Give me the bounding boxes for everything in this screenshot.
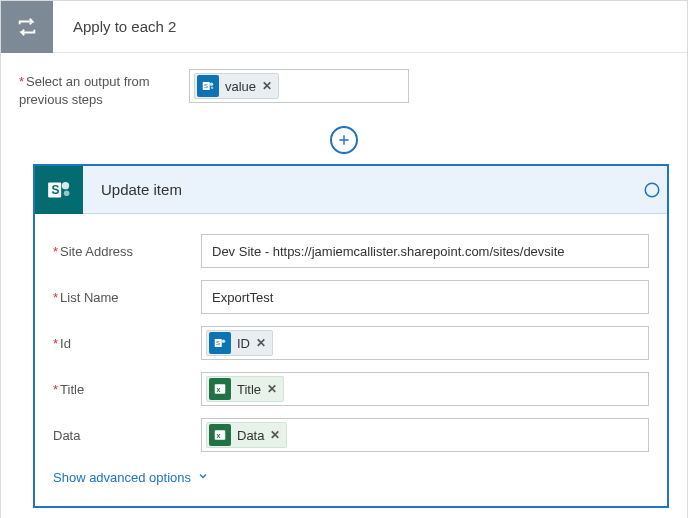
remove-icon[interactable]: ✕	[270, 428, 280, 442]
remove-icon[interactable]: ✕	[262, 79, 272, 93]
show-advanced-options-link[interactable]: Show advanced options	[53, 470, 209, 485]
svg-point-2	[210, 83, 214, 87]
field-title: *Title x Title ✕	[35, 366, 667, 412]
svg-text:S: S	[216, 340, 220, 346]
svg-point-7	[64, 190, 70, 196]
update-item-card: S Update item *Site Address	[33, 164, 669, 508]
add-step-button[interactable]	[330, 126, 358, 154]
svg-point-8	[645, 183, 659, 197]
update-item-title: Update item	[83, 181, 637, 198]
sharepoint-icon: S	[35, 166, 83, 214]
token-title[interactable]: x Title ✕	[206, 376, 284, 402]
field-site-address: *Site Address	[35, 228, 667, 274]
select-output-field[interactable]: S value ✕	[189, 69, 409, 103]
apply-to-each-card: Apply to each 2 *Select an output from p…	[0, 0, 688, 518]
title-label: *Title	[53, 382, 201, 397]
svg-text:S: S	[204, 83, 208, 89]
select-output-label: *Select an output from previous steps	[19, 69, 189, 108]
svg-point-11	[222, 340, 226, 344]
advanced-options-row: Show advanced options	[35, 458, 667, 496]
required-asterisk: *	[53, 244, 58, 259]
title-input[interactable]: x Title ✕	[201, 372, 649, 406]
list-name-input[interactable]	[201, 280, 649, 314]
required-asterisk: *	[19, 74, 24, 89]
required-asterisk: *	[53, 382, 58, 397]
field-id: *Id S ID ✕	[35, 320, 667, 366]
excel-icon: x	[209, 378, 231, 400]
select-output-row: *Select an output from previous steps S …	[19, 69, 669, 108]
id-label: *Id	[53, 336, 201, 351]
token-data[interactable]: x Data ✕	[206, 422, 287, 448]
list-name-label: *List Name	[53, 290, 201, 305]
loop-icon	[1, 1, 53, 53]
data-input[interactable]: x Data ✕	[201, 418, 649, 452]
token-id[interactable]: S ID ✕	[206, 330, 273, 356]
apply-to-each-body: *Select an output from previous steps S …	[1, 53, 687, 518]
apply-to-each-title: Apply to each 2	[53, 18, 176, 35]
svg-point-3	[211, 86, 214, 89]
required-asterisk: *	[53, 336, 58, 351]
excel-icon: x	[209, 424, 231, 446]
svg-text:S: S	[51, 183, 59, 197]
token-value[interactable]: S value ✕	[194, 73, 279, 99]
info-icon[interactable]	[637, 181, 667, 199]
required-asterisk: *	[53, 290, 58, 305]
site-address-input[interactable]	[201, 234, 649, 268]
apply-to-each-header[interactable]: Apply to each 2	[1, 1, 687, 53]
field-data: Data x Data ✕	[35, 412, 667, 458]
sharepoint-icon: S	[197, 75, 219, 97]
add-step-row	[19, 126, 669, 154]
remove-icon[interactable]: ✕	[256, 336, 266, 350]
token-label: value	[225, 79, 256, 94]
remove-icon[interactable]: ✕	[267, 382, 277, 396]
token-label: Data	[237, 428, 264, 443]
svg-text:x: x	[217, 432, 221, 439]
svg-text:x: x	[217, 386, 221, 393]
update-item-body: *Site Address *List Name	[35, 214, 667, 506]
token-label: ID	[237, 336, 250, 351]
token-label: Title	[237, 382, 261, 397]
id-input[interactable]: S ID ✕	[201, 326, 649, 360]
update-item-header[interactable]: S Update item	[35, 166, 667, 214]
nested-action-region: S Update item *Site Address	[19, 164, 669, 518]
sharepoint-icon: S	[209, 332, 231, 354]
svg-point-6	[62, 182, 69, 189]
chevron-down-icon	[197, 470, 209, 485]
site-address-label: *Site Address	[53, 244, 201, 259]
data-label: Data	[53, 428, 201, 443]
field-list-name: *List Name	[35, 274, 667, 320]
